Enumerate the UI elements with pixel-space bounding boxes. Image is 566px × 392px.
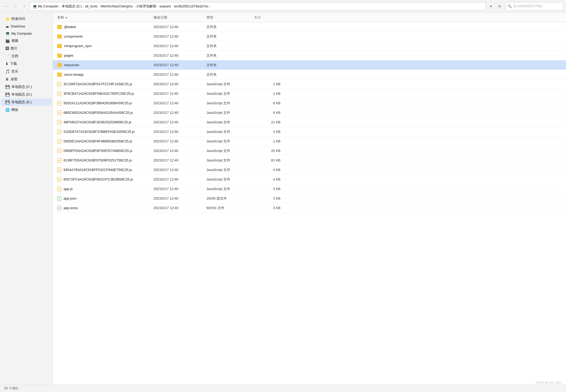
sidebar-label-0: 快速访问 [11, 16, 25, 21]
file-size-col: 3 KB [254, 206, 286, 210]
table-row[interactable]: app.wxss2023/2/17 12:40WXSS 文件3 KB [53, 203, 566, 213]
sidebar-label-9: 本地固态 (C:) [11, 84, 32, 89]
js-file-icon [57, 101, 61, 106]
file-name-text: miniprogram_npm [64, 44, 92, 48]
sidebar-item-7[interactable]: 🎵音乐 [1, 68, 52, 75]
address-segment-alltools[interactable]: all_tools [85, 4, 98, 8]
file-name-text: 6B0C6932A24C91BF0D6A0135AA459C25.js [64, 111, 133, 115]
search-box[interactable]: 🔍 在 wx3b25611579a1 [505, 2, 563, 11]
sidebar-icon-12: 🌐 [5, 108, 10, 112]
table-row[interactable]: 6B0C6932A24C91BF0D6A0135AA459C25.js2023/… [53, 108, 566, 118]
file-name-text: 48F04D27A24C91BF2E96252029959C25.js [64, 120, 132, 124]
table-row[interactable]: @babel2023/2/17 12:40文件夹 [53, 22, 566, 32]
table-row[interactable]: 092DE154A24C91BF6F4B8953B2559C25.js2023/… [53, 137, 566, 146]
table-row[interactable]: components2023/2/17 12:40文件夹 [53, 32, 566, 41]
sidebar-item-6[interactable]: ⬇下载 [1, 60, 52, 67]
file-size-col: 21 KB [254, 120, 286, 124]
file-name-text: 60572FC4A24C91BF063147C3EDB59C25.js [64, 177, 133, 181]
address-segment-weixinxiao[interactable]: WeiXinXiaoChengXu [101, 4, 133, 8]
sidebar-icon-2: 💻 [5, 31, 10, 35]
js-file-icon [57, 129, 61, 134]
sidebar-item-9[interactable]: 💾本地固态 (C:) [1, 83, 52, 91]
address-chevron-7: › [210, 5, 211, 8]
item-count: 20 个项目 [4, 386, 18, 391]
address-bar-row: ← → ↑ 💻 My Computer › 本地固态 (E:) › all_to… [0, 0, 566, 13]
refresh-button[interactable]: ↻ [496, 3, 504, 10]
sidebar-label-8: 桌面 [11, 77, 17, 82]
file-date-col: 2023/2/17 12:40 [153, 149, 206, 153]
address-segment-drive[interactable]: 本地固态 (E:) [62, 4, 82, 9]
address-chevron-4: › [134, 5, 135, 8]
file-name-col: 51DD87A7A24C91BF37BBEFA0EAD59C25.js [53, 129, 153, 134]
file-date-col: 2023/2/17 12:40 [153, 73, 206, 76]
col-header-date[interactable]: 修改日期 [153, 15, 206, 20]
file-name-text: 3C194F23A24C91BF5A7F2724F1A59C25.js [64, 82, 132, 86]
sidebar-label-3: 视频 [11, 38, 18, 43]
file-type-col: JavaScript 文件 [206, 158, 254, 163]
table-row[interactable]: 6136F7D5A24C91BF07509FD251759C25.js2023/… [53, 156, 566, 165]
table-row[interactable]: 51DD87A7A24C91BF37BBEFA0EAD59C25.js2023/… [53, 127, 566, 137]
sidebar-item-0[interactable]: ⭐快速访问 [1, 15, 52, 22]
file-date-col: 2023/2/17 12:40 [153, 63, 206, 67]
back-button[interactable]: ← [3, 3, 10, 10]
sidebar-item-5[interactable]: 📄文档 [1, 52, 52, 60]
table-row[interactable]: miniprogram_npm2023/2/17 12:40文件夹 [53, 41, 566, 51]
col-header-type[interactable]: 类型 [206, 15, 254, 20]
content-panel: 名称 ▲ 修改日期 类型 大小 @babel2023/2/17 12:40文件夹… [53, 13, 566, 385]
col-header-name[interactable]: 名称 ▲ [53, 15, 153, 20]
folder-icon [57, 63, 62, 67]
address-segment-mycomputer[interactable]: 💻 My Computer [33, 4, 58, 8]
sidebar-item-1[interactable]: ☁OneDrive [1, 23, 52, 30]
file-date-col: 2023/2/17 12:40 [153, 82, 206, 86]
table-row[interactable]: 3F8CB471A24C91BF59EADC765FC59C25.js2023/… [53, 89, 566, 98]
address-bar[interactable]: 💻 My Computer › 本地固态 (E:) › all_tools › … [30, 2, 486, 11]
sidebar-label-2: My Computer [11, 31, 32, 35]
sidebar-item-10[interactable]: 💾本地固态 (D:) [1, 91, 52, 98]
table-row[interactable]: resources2023/2/17 12:40文件夹 [53, 60, 566, 70]
sidebar-item-2[interactable]: 💻My Computer [1, 30, 52, 37]
file-name-text: app.js [64, 187, 73, 191]
address-dropdown-button[interactable]: ▼ [487, 3, 495, 10]
table-row[interactable]: 48F04D27A24C91BF2E96252029959C25.js2023/… [53, 118, 566, 127]
table-row[interactable]: zanui-weapp2023/2/17 12:40文件夹 [53, 70, 566, 79]
file-type-col: 文件夹 [206, 44, 254, 48]
forward-button[interactable]: → [12, 3, 19, 10]
table-row[interactable]: 5D024111A24C91BF3B6429160BA59C25.js2023/… [53, 98, 566, 108]
col-header-size[interactable]: 大小 [254, 15, 286, 20]
file-name-text: @babel [64, 25, 76, 29]
table-row[interactable]: 60572FC4A24C91BF063147C3EDB59C25.js2023/… [53, 175, 566, 184]
file-name-col: 092DE154A24C91BF6F4B8953B2559C25.js [53, 139, 153, 144]
file-type-col: JavaScript 文件 [206, 187, 254, 191]
file-size-col: 4 KB [254, 168, 286, 172]
sidebar-item-12[interactable]: 🌐网络 [1, 106, 52, 114]
table-row[interactable]: app.json2023/2/17 12:40JSON 源文件3 KB [53, 194, 566, 203]
table-row[interactable]: app.js2023/2/17 12:40JavaScript 文件3 KB [53, 184, 566, 194]
address-segment-wxid[interactable]: wx3b25611579a1b7ec [174, 4, 209, 8]
status-bar: 20 个项目 CSDN @seek_2022 [0, 385, 566, 392]
js-file-icon [57, 187, 61, 191]
up-button[interactable]: ↑ [21, 3, 28, 10]
sidebar-label-10: 本地固态 (D:) [11, 92, 32, 97]
table-row[interactable]: 3C194F23A24C91BF5A7F2724F1A59C25.js2023/… [53, 79, 566, 89]
file-type-col: JavaScript 文件 [206, 110, 254, 115]
address-segment-decrypt[interactable]: 小程序包解密 [136, 4, 156, 9]
sidebar-item-11[interactable]: 💾本地固态 (E:) [1, 98, 52, 106]
table-row[interactable]: 9354A793A24C91BFF532CF940E759C25.js2023/… [53, 165, 566, 175]
address-segment-wxpack[interactable]: wxpack [160, 4, 171, 8]
file-name-col: zanui-weapp [53, 73, 153, 77]
file-size-col: 6 KB [254, 111, 286, 115]
search-placeholder: 在 wx3b25611579a1 [513, 4, 542, 8]
file-name-col: miniprogram_npm [53, 44, 153, 48]
file-type-col: 文件夹 [206, 72, 254, 77]
file-date-col: 2023/2/17 12:40 [153, 206, 206, 210]
sidebar-item-3[interactable]: 🎬视频 [1, 37, 52, 44]
table-row[interactable]: 0956FFD0A24C91BF6F3097D744B59C25.js2023/… [53, 146, 566, 156]
file-type-col: JavaScript 文件 [206, 148, 254, 153]
sidebar-item-8[interactable]: 🖥桌面 [1, 75, 52, 83]
file-type-col: JavaScript 文件 [206, 82, 254, 87]
file-name-col: 3F8CB471A24C91BF59EADC765FC59C25.js [53, 91, 153, 96]
table-row[interactable]: pages2023/2/17 12:40文件夹 [53, 51, 566, 60]
file-type-col: 文件夹 [206, 25, 254, 29]
file-date-col: 2023/2/17 12:40 [153, 130, 206, 134]
sidebar-item-4[interactable]: 🖼图片 [1, 45, 52, 52]
